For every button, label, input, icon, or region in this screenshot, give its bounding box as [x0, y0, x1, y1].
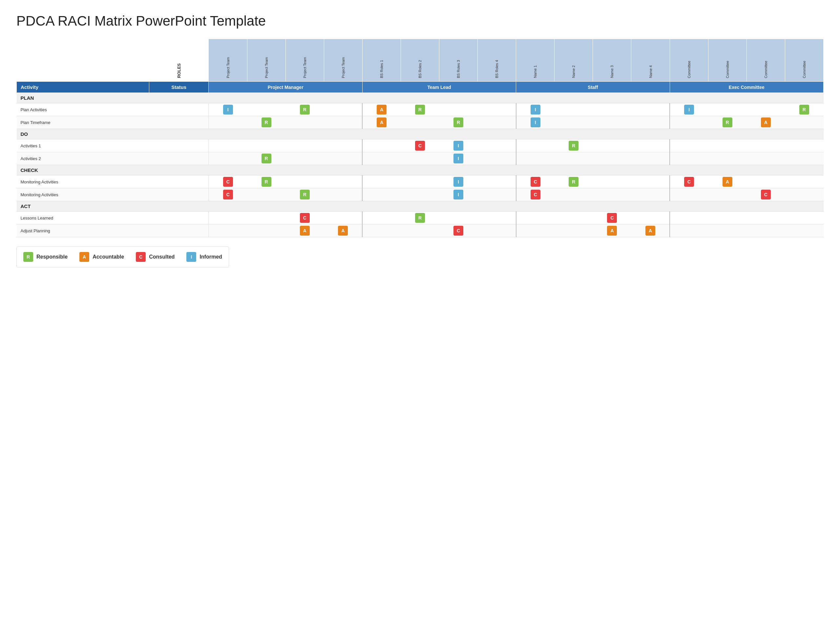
- legend-badge-I: I: [186, 252, 196, 262]
- badge-A: A: [300, 226, 310, 235]
- badge-A: A: [723, 177, 733, 187]
- table-row: Activities 1CIR: [17, 139, 824, 152]
- raci-cell: [785, 139, 823, 152]
- legend-label-R: Responsible: [36, 254, 68, 260]
- raci-cell: A: [593, 224, 631, 237]
- activity-name: Activities 2: [17, 152, 149, 165]
- raci-cell: [785, 224, 823, 237]
- raci-cell: [631, 175, 670, 188]
- table-row: Adjust PlanningAACAA: [17, 224, 824, 237]
- raci-cell: [478, 103, 516, 116]
- activity-name: Monitoring Activities: [17, 188, 149, 201]
- raci-cell: [708, 188, 747, 201]
- raci-cell: [747, 152, 785, 165]
- roles-header-row: ROLES Project Team Project Team Project …: [17, 39, 824, 82]
- raci-cell: [593, 139, 631, 152]
- table-row: Plan TimeframeRARIRA: [17, 116, 824, 129]
- raci-cell: I: [439, 152, 478, 165]
- badge-I: I: [223, 105, 233, 115]
- badge-I: I: [453, 189, 463, 199]
- badge-C: C: [300, 213, 310, 223]
- badge-C: C: [453, 226, 463, 235]
- raci-cell: R: [401, 212, 439, 224]
- role-col-7: BS Roles 4: [478, 39, 516, 82]
- role-col-0: Project Team: [209, 39, 247, 82]
- raci-cell: A: [362, 103, 401, 116]
- raci-cell: [324, 152, 362, 165]
- raci-cell: [593, 116, 631, 129]
- raci-cell: [247, 212, 286, 224]
- page-title: PDCA RACI Matrix PowerPoint Template: [16, 13, 824, 29]
- badge-R: R: [262, 153, 272, 163]
- table-row: Monitoring ActivitiesCRICC: [17, 188, 824, 201]
- activity-name: Adjust Planning: [17, 224, 149, 237]
- raci-cell: [670, 188, 708, 201]
- role-col-9: Name 2: [554, 39, 593, 82]
- raci-cell: I: [439, 175, 478, 188]
- raci-cell: [362, 224, 401, 237]
- badge-C: C: [531, 189, 540, 199]
- raci-cell: [670, 212, 708, 224]
- badge-R: R: [415, 105, 425, 115]
- raci-cell: [362, 175, 401, 188]
- status-cell: [149, 188, 209, 201]
- legend-label-A: Accountable: [93, 254, 124, 260]
- section-plan: PLAN: [17, 93, 824, 103]
- raci-cell: R: [247, 116, 286, 129]
- raci-cell: A: [286, 224, 324, 237]
- badge-I: I: [453, 153, 463, 163]
- raci-cell: [362, 152, 401, 165]
- raci-cell: R: [554, 139, 593, 152]
- badge-I: I: [684, 105, 694, 115]
- raci-cell: A: [362, 116, 401, 129]
- raci-cell: [554, 224, 593, 237]
- raci-cell: [516, 139, 554, 152]
- role-col-14: Committee: [747, 39, 785, 82]
- raci-cell: [708, 152, 747, 165]
- raci-cell: [401, 188, 439, 201]
- raci-cell: C: [593, 212, 631, 224]
- activity-name: Lessons Learned: [17, 212, 149, 224]
- status-cell: [149, 116, 209, 129]
- status-col-spacer: ROLES: [149, 39, 209, 82]
- raci-cell: [631, 103, 670, 116]
- raci-cell: [708, 212, 747, 224]
- badge-R: R: [453, 117, 463, 127]
- raci-cell: [554, 212, 593, 224]
- raci-cell: [209, 116, 247, 129]
- raci-cell: [631, 212, 670, 224]
- status-cell: [149, 175, 209, 188]
- badge-C: C: [531, 177, 540, 187]
- raci-cell: [785, 116, 823, 129]
- raci-cell: [747, 139, 785, 152]
- status-header: Status: [149, 82, 209, 93]
- raci-cell: C: [747, 188, 785, 201]
- badge-C: C: [684, 177, 694, 187]
- raci-cell: [324, 116, 362, 129]
- legend-badge-R: R: [23, 252, 33, 262]
- role-col-2: Project Team: [286, 39, 324, 82]
- badge-C: C: [223, 189, 233, 199]
- raci-cell: C: [516, 188, 554, 201]
- raci-cell: [708, 224, 747, 237]
- raci-cell: I: [439, 139, 478, 152]
- status-cell: [149, 152, 209, 165]
- raci-cell: [670, 139, 708, 152]
- raci-cell: [708, 103, 747, 116]
- raci-cell: [324, 212, 362, 224]
- role-col-11: Name 4: [631, 39, 670, 82]
- raci-cell: A: [747, 116, 785, 129]
- raci-cell: [747, 224, 785, 237]
- raci-cell: [209, 152, 247, 165]
- raci-cell: [516, 224, 554, 237]
- section-check: CHECK: [17, 165, 824, 175]
- raci-cell: [747, 212, 785, 224]
- group-tl-header: Team Lead: [362, 82, 516, 93]
- raci-cell: [478, 116, 516, 129]
- raci-cell: [247, 224, 286, 237]
- raci-cell: I: [670, 103, 708, 116]
- raci-cell: [286, 139, 324, 152]
- table-row: Activities 2RI: [17, 152, 824, 165]
- badge-R: R: [262, 177, 272, 187]
- raci-cell: [478, 152, 516, 165]
